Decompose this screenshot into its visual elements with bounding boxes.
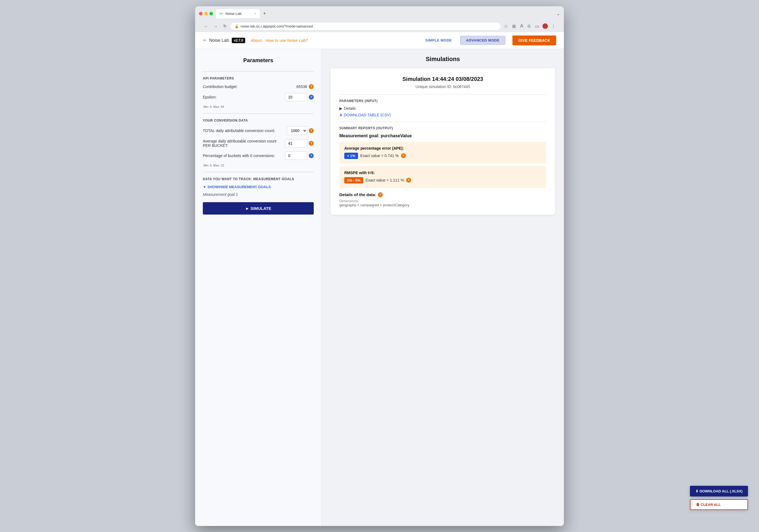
app-content: ✏ Noise Lab v2.7.0 About How to use Nois… — [195, 32, 564, 526]
avg-conversion-label: Average daily attributable conversion co… — [203, 139, 282, 148]
dimensions-value: geography × campaignId × productCategory — [339, 203, 546, 207]
total-conversion-select[interactable]: 1000 500 2000 — [287, 126, 307, 135]
tab-title: Noise Lab — [225, 12, 242, 16]
sim-divider-2 — [339, 122, 546, 122]
epsilon-row: Epsilon: ? — [203, 93, 314, 101]
pct-zero-input[interactable] — [285, 152, 307, 160]
parameters-title: Parameters — [203, 57, 314, 63]
clear-all-button[interactable]: 🗑 CLEAR ALL — [690, 499, 748, 510]
avg-conversion-input[interactable] — [285, 139, 307, 147]
rmspe-exact-value: Exact value = 1.111 % — [366, 178, 404, 182]
pct-zero-help-icon[interactable]: ? — [309, 153, 314, 158]
total-conversion-value-area: 1000 500 2000 ? — [287, 126, 314, 135]
details-section: Details of the data: ? Dimensions: geogr… — [339, 192, 546, 207]
divider-3 — [203, 172, 314, 172]
pct-zero-label: Percentage of buckets with 0 conversions… — [203, 154, 282, 158]
main-layout: Parameters API PARAMETERS Contribution b… — [195, 49, 564, 526]
close-button[interactable] — [199, 12, 203, 16]
forward-button[interactable]: → — [212, 23, 219, 30]
app-header: ✏ Noise Lab v2.7.0 About How to use Nois… — [195, 32, 564, 49]
simulations-panel: Simulations Simulation 14:44:24 03/08/20… — [322, 49, 564, 526]
simulation-card-title: Simulation 14:44:24 03/08/2023 — [339, 76, 546, 82]
browser-toolbar: ← → ↻ 🔒 noise-lab.uc.r.appspot.com/?mode… — [199, 20, 560, 32]
simulation-card: Simulation 14:44:24 03/08/2023 Unique si… — [331, 68, 555, 215]
feedback-button[interactable]: GIVE FEEDBACK — [512, 35, 556, 45]
epsilon-help-icon[interactable]: ? — [309, 95, 314, 99]
bookmark-icon[interactable]: ☆ — [503, 22, 509, 30]
floating-actions: ⬇ DOWNLOAD ALL (.XLSX) 🗑 CLEAR ALL — [690, 486, 748, 510]
about-link[interactable]: About — [251, 38, 261, 43]
how-to-link[interactable]: How to use Noise Lab? — [265, 38, 308, 43]
total-conversion-help-icon[interactable]: ? — [309, 128, 314, 133]
epsilon-input[interactable] — [285, 93, 307, 101]
ape-metric-row: < 1% Exact value = 0.741 % ? — [344, 153, 541, 159]
epsilon-value-area: ? — [285, 93, 314, 101]
tab-bar: ✏ Noise Lab × + — [216, 9, 554, 18]
avatar-icon[interactable] — [542, 23, 548, 29]
contribution-budget-help-icon[interactable]: ? — [309, 84, 314, 89]
minimize-button[interactable] — [204, 12, 208, 16]
ape-label: Average percentage error (APE): — [344, 146, 541, 150]
total-conversion-row: TOTAL daily attributable conversion coun… — [203, 126, 314, 135]
chevron-down-icon: ⌄ — [556, 11, 560, 16]
tab-close-button[interactable]: × — [254, 12, 256, 15]
summary-section-label: SUMMARY REPORTS (OUTPUT) — [339, 126, 546, 130]
rmspe-help-icon[interactable]: ? — [406, 178, 411, 183]
ape-help-icon[interactable]: ? — [401, 153, 406, 158]
parameters-input-label: PARAMETERS (INPUT) — [339, 99, 546, 103]
extensions-icon[interactable]: ⊞ — [511, 22, 517, 30]
measurement-section-label: DATA YOU WANT TO TRACK: MEASUREMENT GOAL… — [203, 177, 314, 181]
avg-conversion-value-area: ? — [285, 139, 314, 147]
url-text: noise-lab.uc.r.appspot.com/?mode=advance… — [241, 24, 313, 28]
simple-mode-button[interactable]: SIMPLE MODE — [420, 36, 458, 45]
details-help-icon[interactable]: ? — [378, 192, 383, 197]
chrome-icon[interactable]: G — [527, 23, 532, 29]
download-csv-link[interactable]: ⬇ DOWNLOAD TABLE (CSV) — [339, 113, 546, 117]
download-all-button[interactable]: ⬇ DOWNLOAD ALL (.XLSX) — [690, 486, 748, 497]
logo-text: Noise Lab — [209, 38, 229, 43]
epsilon-label: Epsilon: — [203, 95, 282, 99]
rmspe-metric-row: 1% - 5% Exact value = 1.111 % ? — [344, 177, 541, 183]
tab-favicon: ✏ — [220, 11, 223, 16]
details-of-data-title: Details of the data: ? — [339, 192, 546, 197]
contribution-budget-value: 65536 — [297, 85, 307, 89]
maximize-button[interactable] — [210, 12, 213, 16]
dimensions-label: Dimensions: — [339, 199, 546, 203]
avg-conversion-group: Average daily attributable conversion co… — [203, 139, 314, 148]
goal-preview-text: Measurement goal 1 — [203, 192, 314, 197]
simulations-title: Simulations — [331, 56, 555, 63]
total-conversion-label: TOTAL daily attributable conversion coun… — [203, 129, 284, 133]
details-title-text: Details of the data: — [339, 192, 376, 197]
browser-titlebar: ✏ Noise Lab × + ⌄ — [199, 9, 560, 18]
logo-icon: ✏ — [203, 38, 206, 43]
ape-exact-value: Exact value = 0.741 % — [360, 154, 399, 158]
show-hide-link[interactable]: ▼ SHOW/HIDE MEASUREMENT GOALS — [203, 185, 314, 189]
contribution-budget-label: Contribution budget: — [203, 85, 294, 89]
divider-2 — [203, 113, 314, 114]
new-tab-button[interactable]: + — [261, 10, 268, 18]
active-tab[interactable]: ✏ Noise Lab × — [216, 9, 260, 18]
simulate-button[interactable]: ► SIMULATE — [203, 202, 314, 214]
logo-area: ✏ Noise Lab v2.7.0 — [203, 38, 245, 43]
pct-zero-group: Percentage of buckets with 0 conversions… — [203, 152, 314, 167]
advanced-mode-button[interactable]: ADVANCED MODE — [460, 36, 505, 45]
details-toggle[interactable]: ▶ Details — [339, 106, 546, 111]
header-nav: SIMPLE MODE ADVANCED MODE GIVE FEEDBACK — [420, 35, 556, 45]
version-badge: v2.7.0 — [232, 38, 245, 43]
pct-zero-value-area: ? — [285, 152, 314, 160]
rmspe-metric-box: RMSPE with t=5: 1% - 5% Exact value = 1.… — [339, 166, 546, 188]
toolbar-actions: ☆ ⊞ A G ▭ ⋮ — [503, 22, 557, 30]
address-bar[interactable]: 🔒 noise-lab.uc.r.appspot.com/?mode=advan… — [231, 22, 500, 30]
measurement-goal-title: Measurement goal: purchaseValue — [339, 133, 546, 138]
traffic-lights — [199, 12, 213, 16]
lock-icon: 🔒 — [234, 24, 239, 28]
back-button[interactable]: ← — [202, 23, 210, 30]
menu-icon[interactable]: ⋮ — [550, 22, 557, 30]
avg-conversion-row: Average daily attributable conversion co… — [203, 139, 314, 148]
ape-metric-box: Average percentage error (APE): < 1% Exa… — [339, 142, 546, 163]
pct-zero-row: Percentage of buckets with 0 conversions… — [203, 152, 314, 160]
refresh-button[interactable]: ↻ — [221, 22, 228, 30]
avg-conversion-help-icon[interactable]: ? — [309, 141, 314, 146]
sidebar-icon[interactable]: ▭ — [534, 22, 540, 30]
profile-icon[interactable]: A — [519, 22, 524, 30]
